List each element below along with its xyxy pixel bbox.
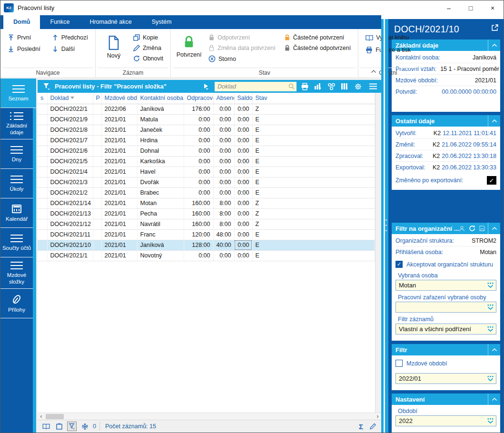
cell-osoba[interactable]: Janíková	[137, 104, 184, 114]
dropdown-icon[interactable]	[487, 304, 494, 310]
table-row[interactable]: DOCH/2021/11 2021/01 Franc 120:00 48:00 …	[38, 229, 375, 240]
cell-saldo[interactable]: 0:00	[234, 250, 252, 261]
first-button[interactable]: První	[5, 33, 43, 42]
cell-absence[interactable]: 0:00	[213, 187, 234, 198]
cell-p[interactable]	[93, 146, 101, 156]
cell-p[interactable]	[93, 156, 101, 167]
collapse-section-icon[interactable]	[488, 115, 500, 127]
cell-s[interactable]	[38, 187, 47, 198]
cell-stav[interactable]: E	[252, 187, 375, 198]
cell-saldo[interactable]: 0:00	[234, 229, 252, 240]
cell-osoba[interactable]: Karkoška	[137, 156, 184, 167]
cell-obdobi[interactable]: 2021/01	[101, 125, 137, 135]
accept-org-structure-checkbox[interactable]: ✓	[395, 261, 403, 268]
cell-odpracovano[interactable]: 160:00	[184, 208, 213, 219]
cell-s[interactable]	[38, 208, 47, 219]
cell-p[interactable]	[93, 240, 101, 250]
last-button[interactable]: Poslední	[5, 44, 43, 54]
cell-s[interactable]	[38, 156, 47, 167]
settings-gear-icon[interactable]	[353, 81, 363, 92]
table-row[interactable]: DOCH/2021/14 2021/01 Motan 160:00 8:00 0…	[38, 198, 375, 208]
cell-obdobi[interactable]: 2021/01	[101, 156, 137, 167]
table-row[interactable]: DOCH/2021/10 2021/01 Janíková 128:00 40:…	[38, 240, 375, 250]
cell-doklad[interactable]: DOCH/2021/14	[47, 198, 93, 208]
cell-s[interactable]	[38, 198, 47, 208]
table-row[interactable]: DOCH/2021/13 2021/01 Pecha 160:00 8:00 0…	[38, 208, 375, 219]
cell-p[interactable]	[93, 114, 101, 125]
sidebar-item[interactable]: Dny	[0, 139, 33, 169]
open-detail-icon[interactable]	[491, 24, 499, 31]
column-header[interactable]: Absence	[213, 93, 234, 104]
cell-obdobi[interactable]: 2021/01	[101, 208, 137, 219]
cell-absence[interactable]: 8:00	[213, 208, 234, 219]
vertical-scrollbar[interactable]	[375, 93, 381, 413]
cell-obdobi[interactable]: 2021/01	[101, 177, 137, 187]
cell-osoba[interactable]: Franc	[137, 229, 184, 240]
new-button[interactable]: Nový	[100, 33, 127, 63]
cell-obdobi[interactable]: 2022/06	[101, 104, 137, 114]
cell-obdobi[interactable]: 2021/01	[101, 229, 137, 240]
cell-p[interactable]	[93, 177, 101, 187]
refresh-button[interactable]: Obnovit	[131, 54, 166, 63]
sidebar-item[interactable]: Seznam	[0, 79, 36, 108]
table-row[interactable]: DOCH/2021/12 2021/01 Navrátil 160:00 8:0…	[38, 219, 375, 229]
cell-doklad[interactable]: DOCH/2021/6	[47, 146, 93, 156]
collapse-section-icon[interactable]	[488, 394, 500, 405]
column-header[interactable]: Odpracováno	[184, 93, 213, 104]
column-header[interactable]: P	[93, 93, 101, 104]
cell-absence[interactable]: 8:00	[213, 219, 234, 229]
refresh-filter-icon[interactable]	[469, 225, 475, 232]
cell-saldo[interactable]: 0:00	[234, 219, 252, 229]
cell-stav[interactable]: E	[252, 114, 375, 125]
splitter-handle[interactable]	[385, 219, 387, 231]
cell-p[interactable]	[93, 219, 101, 229]
cell-doklad[interactable]: DOCH/2021/8	[47, 125, 93, 135]
table-row[interactable]: DOCH/2021/3 2021/01 Dvořák 0:00 0:00 0:0…	[38, 177, 375, 187]
cell-absence[interactable]: 0:00	[213, 135, 234, 146]
cell-stav[interactable]: E	[252, 125, 375, 135]
cell-doklad[interactable]: DOCH/2021/13	[47, 208, 93, 219]
table-row[interactable]: DOCH/2021/2 2021/01 Brabec 0:00 0:00 0:0…	[38, 187, 375, 198]
cell-doklad[interactable]: DOCH/2022/1	[47, 104, 93, 114]
cell-osoba[interactable]: Navrátil	[137, 219, 184, 229]
collapse-section-icon[interactable]	[488, 39, 500, 51]
cell-saldo[interactable]: 0:00	[234, 104, 252, 114]
cell-odpracovano[interactable]: 0:00	[184, 187, 213, 198]
cell-odpracovano[interactable]: 160:00	[184, 198, 213, 208]
edit-pencil-icon[interactable]	[368, 422, 377, 431]
cell-osoba[interactable]: Dvořák	[137, 177, 184, 187]
column-header[interactable]: Mzdové období	[101, 93, 137, 104]
sidebar-item[interactable]: Úkoly	[0, 169, 33, 198]
chart-icon[interactable]	[313, 81, 323, 92]
cell-saldo[interactable]: 0:00	[234, 146, 252, 156]
sidebar-item[interactable]: Přílohy	[0, 289, 33, 318]
cell-osoba[interactable]: Havel	[137, 167, 184, 177]
cell-p[interactable]	[93, 125, 101, 135]
cell-doklad[interactable]: DOCH/2021/9	[47, 114, 93, 125]
edit-button[interactable]: Změna	[131, 43, 166, 53]
column-header[interactable]: Doklad	[47, 93, 93, 104]
cell-stav[interactable]: Z	[252, 208, 375, 219]
table-row[interactable]: DOCH/2021/5 2021/01 Karkoška 0:00 0:00 0…	[38, 156, 375, 167]
cell-osoba[interactable]: Hrdina	[137, 135, 184, 146]
panel-splitter[interactable]	[381, 15, 388, 433]
cell-s[interactable]	[38, 135, 47, 146]
cell-doklad[interactable]: DOCH/2021/10	[47, 240, 93, 250]
cell-saldo[interactable]: 0:00	[234, 114, 252, 125]
collapse-section-icon[interactable]	[488, 344, 500, 355]
cell-absence[interactable]: 0:00	[213, 146, 234, 156]
cell-osoba[interactable]: Janeček	[137, 125, 184, 135]
dropdown-icon[interactable]	[487, 282, 494, 288]
mzdove-obdobi-checkbox[interactable]	[395, 360, 403, 367]
ribbon-tab[interactable]: Hromadné akce	[79, 15, 141, 29]
cell-obdobi[interactable]: 2021/01	[101, 240, 137, 250]
copy-button[interactable]: Kopie	[131, 33, 166, 42]
columns-icon[interactable]	[339, 81, 350, 92]
cell-saldo[interactable]: 0:00	[234, 177, 252, 187]
scroll-left-icon[interactable]: ‹	[38, 413, 45, 420]
cell-s[interactable]	[38, 177, 47, 187]
cell-odpracovano[interactable]: 176:00	[184, 104, 213, 114]
cell-absence[interactable]: 8:00	[213, 198, 234, 208]
sidebar-item[interactable]: Kalendář	[0, 198, 33, 228]
cell-saldo[interactable]: 0:00	[234, 187, 252, 198]
